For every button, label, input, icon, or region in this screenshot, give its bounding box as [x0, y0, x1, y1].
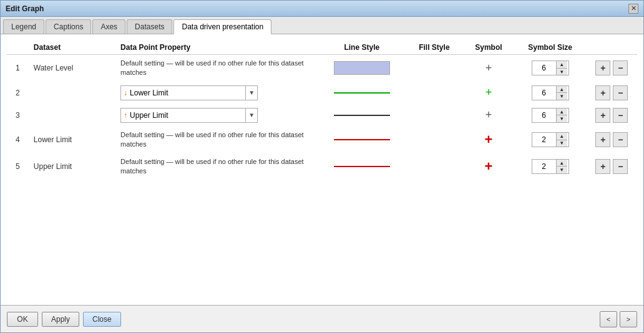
col-fillstyle: Fill Style: [405, 41, 463, 55]
spinbox-5[interactable]: ▲ ▼: [532, 159, 569, 174]
tab-bar: Legend Captions Axes Datasets Data drive…: [1, 17, 643, 34]
col-linestyle: Line Style: [318, 41, 405, 55]
symbol-plus-thin-1: +: [468, 62, 509, 75]
actions-5: + −: [587, 153, 637, 180]
remove-btn-2[interactable]: −: [613, 85, 628, 100]
symbol-plus-thin-3: +: [468, 109, 509, 122]
linestyle-filled-box[interactable]: [334, 61, 390, 75]
col-property: Data Point Property: [115, 41, 318, 55]
spinbox-3[interactable]: ▲ ▼: [532, 108, 569, 123]
actions-2: + −: [587, 82, 637, 104]
spinbox-2[interactable]: ▲ ▼: [532, 85, 569, 100]
row-num-1: 1: [7, 55, 29, 82]
row-num-5: 5: [7, 153, 29, 180]
symbol-plus-thin-2: +: [468, 86, 509, 99]
symbol-plus-bold-4: +: [468, 132, 509, 148]
dataset-name-3: [29, 104, 115, 127]
action-btns-5: + −: [592, 159, 632, 174]
linestyle-red-line-5[interactable]: [334, 166, 390, 167]
row-num-2: 2: [7, 82, 29, 104]
symbol-1: +: [463, 55, 514, 82]
add-btn-3[interactable]: +: [595, 108, 610, 123]
spinbox-1[interactable]: ▲ ▼: [532, 60, 569, 75]
symbolsize-4: ▲ ▼: [514, 127, 587, 153]
spinbox-down-4[interactable]: ▼: [557, 140, 567, 147]
fillstyle-2: [405, 82, 463, 104]
edit-graph-window: Edit Graph ✕ Legend Captions Axes Datase…: [0, 0, 644, 333]
fillstyle-4: [405, 127, 463, 153]
prev-button[interactable]: <: [600, 311, 617, 327]
table-row: 3 ↑ Upper Limit ▼ +: [7, 104, 637, 127]
add-btn-1[interactable]: +: [595, 60, 610, 75]
spinbox-btns-4: ▲ ▼: [556, 133, 567, 147]
tab-captions[interactable]: Captions: [46, 19, 91, 34]
dataset-name-1: Water Level: [29, 55, 115, 82]
remove-btn-3[interactable]: −: [613, 108, 628, 123]
symbol-5: +: [463, 153, 514, 180]
action-btns-3: + −: [592, 108, 632, 123]
linestyle-red-line-4[interactable]: [334, 139, 390, 140]
col-num: [7, 41, 29, 55]
spinbox-down-1[interactable]: ▼: [557, 69, 567, 75]
add-btn-4[interactable]: +: [595, 132, 610, 147]
spinbox-up-5[interactable]: ▲: [557, 160, 567, 167]
action-btns-1: + −: [592, 60, 632, 75]
dropdown-3[interactable]: ↑ Upper Limit ▼: [120, 108, 258, 123]
dataset-name-2: [29, 82, 115, 104]
dropdown-arrow-3: ▼: [245, 109, 255, 122]
spinbox-up-1[interactable]: ▲: [557, 61, 567, 69]
spinbox-up-2[interactable]: ▲: [557, 86, 567, 94]
dropdown-label-2: Lower Limit: [130, 89, 168, 97]
tab-datasets[interactable]: Datasets: [127, 19, 172, 34]
spinbox-4[interactable]: ▲ ▼: [532, 132, 569, 147]
spinbox-btns-3: ▲ ▼: [556, 109, 567, 122]
next-button[interactable]: >: [620, 311, 637, 327]
spinbox-input-2[interactable]: [532, 86, 556, 100]
col-symbolsize: Symbol Size: [514, 41, 587, 55]
col-dataset: Dataset: [29, 41, 115, 55]
close-button[interactable]: Close: [83, 312, 121, 327]
property-text-5: Default setting — will be used if no oth…: [115, 153, 318, 180]
add-btn-2[interactable]: +: [595, 85, 610, 100]
spinbox-input-1[interactable]: [532, 61, 556, 75]
property-text-1: Default setting — will be used if no oth…: [115, 55, 318, 82]
title-bar: Edit Graph ✕: [1, 1, 643, 17]
spinbox-input-5[interactable]: [532, 160, 556, 173]
col-actions: [587, 41, 637, 55]
dropdown-label-3: Upper Limit: [130, 111, 168, 120]
data-table: Dataset Data Point Property Line Style F…: [7, 41, 637, 180]
tab-data-driven[interactable]: Data driven presentation: [173, 19, 271, 34]
tab-axes[interactable]: Axes: [92, 19, 125, 34]
ok-button[interactable]: OK: [7, 312, 38, 327]
spinbox-down-3[interactable]: ▼: [557, 115, 567, 122]
property-dropdown-3: ↑ Upper Limit ▼: [115, 104, 318, 127]
remove-btn-1[interactable]: −: [613, 60, 628, 75]
actions-1: + −: [587, 55, 637, 82]
add-btn-5[interactable]: +: [595, 159, 610, 174]
window-close-button[interactable]: ✕: [628, 4, 638, 14]
tab-legend[interactable]: Legend: [3, 19, 44, 34]
property-dropdown-2: ↓ Lower Limit ▼: [115, 82, 318, 104]
linestyle-3: [318, 104, 405, 127]
linestyle-black-line-3[interactable]: [334, 115, 390, 116]
spinbox-input-4[interactable]: [532, 133, 556, 147]
remove-btn-5[interactable]: −: [613, 159, 628, 174]
symbolsize-5: ▲ ▼: [514, 153, 587, 180]
symbol-2: +: [463, 82, 514, 104]
spinbox-up-3[interactable]: ▲: [557, 109, 567, 116]
dataset-name-4: Lower Limit: [29, 127, 115, 153]
table-row: 4 Lower Limit Default setting — will be …: [7, 127, 637, 153]
row-num-3: 3: [7, 104, 29, 127]
spinbox-input-3[interactable]: [532, 109, 556, 122]
spinbox-down-5[interactable]: ▼: [557, 166, 567, 173]
symbol-3: +: [463, 104, 514, 127]
property-text-4: Default setting — will be used if no oth…: [115, 127, 318, 153]
dropdown-arrow-2: ▼: [245, 86, 255, 100]
spinbox-down-2[interactable]: ▼: [557, 93, 567, 100]
spinbox-up-4[interactable]: ▲: [557, 133, 567, 140]
fillstyle-1: [405, 55, 463, 82]
apply-button[interactable]: Apply: [42, 312, 79, 327]
linestyle-green-line-2[interactable]: [334, 92, 390, 94]
dropdown-2[interactable]: ↓ Lower Limit ▼: [120, 85, 258, 100]
remove-btn-4[interactable]: −: [613, 132, 628, 147]
